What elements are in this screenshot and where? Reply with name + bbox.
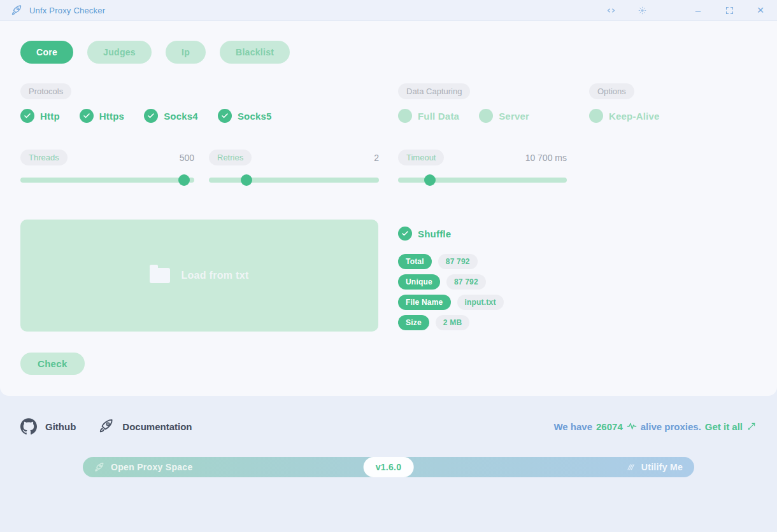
open-proxy-space-link[interactable]: Open Proxy Space [83, 462, 193, 473]
timeout-slider-track[interactable] [398, 178, 567, 183]
hatch-lines-icon [625, 462, 636, 472]
minimize-icon[interactable]: – [692, 4, 704, 17]
checkbox-server[interactable]: Server [479, 109, 529, 123]
checkbox-label: Server [499, 111, 529, 122]
threads-label: Threads [20, 150, 68, 165]
tab-judges[interactable]: Judges [87, 41, 152, 64]
app-rocket-logo-icon [10, 4, 22, 17]
retries-slider-thumb[interactable] [241, 174, 252, 186]
message-middle: alive proxies. [641, 421, 701, 432]
stat-row-unique: Unique 87 792 [398, 274, 504, 290]
titlebar: Unfx Proxy Checker – × [0, 0, 777, 21]
checkbox-circle-icon [589, 109, 603, 123]
footer: Github Documentation We have 26074 alive… [0, 413, 777, 440]
version-badge: v1.6.0 [364, 457, 414, 477]
stat-value-badge: 87 792 [438, 254, 478, 269]
message-prefix: We have [553, 421, 592, 432]
tab-ip[interactable]: Ip [166, 41, 206, 64]
checkbox-label: Shuffle [418, 228, 451, 239]
threads-value: 500 [180, 153, 194, 163]
load-from-txt-dropzone[interactable]: Load from txt [20, 220, 378, 332]
threads-slider-track[interactable] [20, 178, 194, 183]
maximize-icon[interactable] [723, 4, 736, 17]
checkbox-circle-icon [398, 227, 412, 241]
options-section: Options Keep-Alive [589, 83, 757, 123]
checkbox-full-data[interactable]: Full Data [398, 109, 459, 123]
timeout-slider-thumb[interactable] [424, 174, 436, 186]
retries-slider-group: Retries 2 [209, 150, 379, 183]
stat-key-badge: Size [398, 315, 429, 330]
checkbox-socks4[interactable]: Socks4 [144, 109, 198, 123]
checkbox-shuffle[interactable]: Shuffle [398, 227, 504, 241]
stat-key-badge: File Name [398, 295, 451, 310]
protocols-section: Protocols Http Https Socks4 Socks5 [20, 83, 378, 123]
dropzone-label: Load from txt [181, 270, 248, 281]
timeout-label: Timeout [398, 150, 444, 165]
tab-core[interactable]: Core [20, 41, 73, 64]
threads-slider-thumb[interactable] [178, 174, 190, 186]
checkbox-label: Https [99, 111, 124, 122]
checkbox-label: Socks5 [238, 111, 272, 122]
protocols-label: Protocols [20, 83, 71, 99]
stat-key-badge: Unique [398, 274, 440, 290]
rocket-icon [94, 462, 104, 473]
checkbox-circle-icon [144, 109, 158, 123]
tab-blacklist[interactable]: Blacklist [220, 41, 290, 64]
main-panel: Core Judges Ip Blacklist Protocols Http … [0, 21, 777, 396]
stat-row-size: Size 2 MB [398, 315, 504, 330]
stat-value-badge: input.txt [457, 295, 504, 310]
checkbox-circle-icon [80, 109, 94, 123]
stat-row-total: Total 87 792 [398, 254, 504, 269]
checkbox-socks5[interactable]: Socks5 [218, 109, 272, 123]
utilify-me-link[interactable]: Utilify Me [625, 462, 694, 472]
documentation-link[interactable]: Documentation [97, 418, 192, 435]
checkbox-label: Keep-Alive [609, 111, 660, 122]
data-capturing-label: Data Capturing [398, 83, 470, 99]
file-stats: Total 87 792 Unique 87 792 File Name inp… [398, 254, 504, 330]
checkbox-circle-icon [479, 109, 493, 123]
pulse-icon [627, 421, 637, 431]
timeout-value: 10 700 ms [525, 153, 567, 163]
tab-bar: Core Judges Ip Blacklist [20, 41, 757, 64]
close-icon[interactable]: × [754, 4, 767, 17]
checkbox-label: Socks4 [164, 111, 198, 122]
check-button[interactable]: Check [20, 353, 85, 375]
data-capturing-section: Data Capturing Full Data Server [398, 83, 589, 123]
documentation-label: Documentation [122, 421, 192, 432]
checkbox-circle-icon [398, 109, 412, 123]
get-it-all-link[interactable]: Get it all [705, 421, 757, 432]
checkbox-label: Full Data [418, 111, 459, 122]
checkbox-label: Http [40, 111, 60, 122]
rocket-icon [97, 418, 114, 435]
options-label: Options [589, 83, 634, 99]
checkbox-circle-icon [20, 109, 34, 123]
alive-proxies-count: 26074 [596, 421, 623, 432]
retries-label: Retries [209, 150, 252, 165]
folder-icon [150, 268, 170, 283]
pen-arrow-icon [746, 421, 757, 431]
alive-proxies-message: We have 26074 alive proxies. Get it all [553, 421, 757, 432]
retries-value: 2 [374, 153, 379, 163]
github-label: Github [45, 421, 76, 432]
timeout-slider-group: Timeout 10 700 ms [398, 150, 567, 183]
retries-slider-track[interactable] [209, 178, 379, 183]
open-proxy-space-label: Open Proxy Space [111, 462, 193, 472]
utilify-me-label: Utilify Me [641, 462, 683, 472]
get-it-all-label: Get it all [705, 421, 743, 432]
github-icon [20, 418, 37, 435]
threads-slider-group: Threads 500 [20, 150, 194, 183]
app-title: Unfx Proxy Checker [29, 6, 105, 15]
github-link[interactable]: Github [20, 418, 76, 435]
theme-sun-icon[interactable] [636, 4, 648, 17]
checkbox-http[interactable]: Http [20, 109, 60, 123]
checkbox-keep-alive[interactable]: Keep-Alive [589, 109, 660, 123]
promo-bar: Open Proxy Space v1.6.0 Utilify Me [83, 457, 694, 477]
stat-key-badge: Total [398, 254, 432, 269]
devtools-code-icon[interactable] [604, 4, 617, 17]
checkbox-https[interactable]: Https [80, 109, 124, 123]
checkbox-circle-icon [218, 109, 232, 123]
stat-value-badge: 2 MB [436, 315, 469, 330]
stat-row-file-name: File Name input.txt [398, 295, 504, 310]
stat-value-badge: 87 792 [446, 274, 486, 290]
